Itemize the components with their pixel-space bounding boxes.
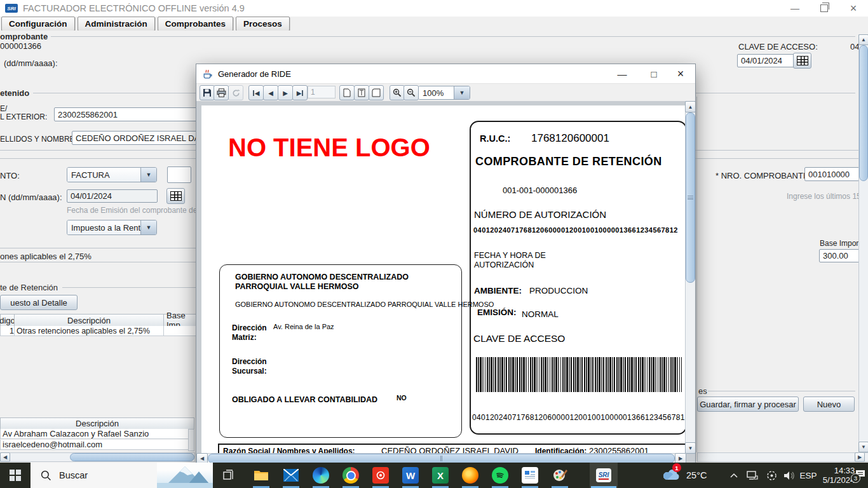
ride-document-page: NO TIENE LOGO R.U.C.: 1768120600001 COMP… xyxy=(201,105,686,453)
bottom-table-header[interactable]: Descripción xyxy=(0,417,194,430)
tax-table-header-descripcion[interactable]: Descripción xyxy=(14,314,164,327)
tax-table-header-base[interactable]: Base Imp xyxy=(163,314,200,327)
page-number-input[interactable] xyxy=(308,86,336,98)
save-button[interactable] xyxy=(200,85,215,100)
identificacion-label-2: L EXTERIOR: xyxy=(0,112,47,121)
app-title: FACTURADOR ELECTRÓNICO OFFLINE versión 4… xyxy=(23,3,245,13)
dialog-vscrollbar-down[interactable]: ▼ xyxy=(685,442,695,454)
first-page-button[interactable]: ◀ xyxy=(248,85,264,100)
fecha2-field[interactable]: 04/01/2024 xyxy=(67,189,158,203)
action-center-button[interactable]: 3 xyxy=(853,463,868,488)
fecha-autorizacion-line2: AUTORIZACIÓN xyxy=(474,261,534,269)
taskbar-edge[interactable] xyxy=(306,463,336,488)
zoom-level-combobox[interactable]: 100% ▼ xyxy=(418,86,470,100)
calendar-icon xyxy=(170,191,182,201)
layout-fit-page-button[interactable] xyxy=(354,85,369,100)
taskbar-mail[interactable] xyxy=(276,463,306,488)
hscrollbar-right-arrow[interactable]: ▶ xyxy=(855,452,865,462)
dialog-close-button[interactable]: × xyxy=(667,64,695,83)
taskbar-excel[interactable]: X xyxy=(426,463,455,488)
window-controls: — × xyxy=(780,0,868,17)
menu-procesos[interactable]: Procesos xyxy=(236,17,290,31)
speaker-icon xyxy=(783,471,795,480)
autorizacion-number: 0401202407176812060000120010010000013661… xyxy=(473,226,678,234)
tray-weather[interactable]: 1 25°C xyxy=(658,463,722,488)
taskbar-search[interactable]: Buscar xyxy=(31,463,213,488)
agregar-impuesto-button[interactable]: uesto al Detalle xyxy=(0,295,78,310)
taskbar-sri-app-active[interactable]: SRI xyxy=(590,463,618,488)
documento-combo-button[interactable]: ▼ xyxy=(140,168,156,182)
nuevo-button[interactable]: Nuevo xyxy=(803,396,855,412)
app-titlebar: SRI FACTURADOR ELECTRÓNICO OFFLINE versi… xyxy=(0,0,868,17)
dialog-minimize-button[interactable]: — xyxy=(608,64,636,83)
task-view-button[interactable] xyxy=(214,463,243,488)
taskbar-firefox[interactable] xyxy=(456,463,485,488)
contabilidad-value: NO xyxy=(397,394,407,402)
search-icon xyxy=(41,470,51,481)
taskbar-pdf-app[interactable] xyxy=(366,463,395,488)
tax-table-cell-descripcion[interactable]: Otras retenciones aplicables el 2,75% xyxy=(14,326,165,336)
porcentaje-field[interactable] xyxy=(167,166,191,183)
dialog-vscrollbar-up[interactable]: ▲ xyxy=(685,101,695,112)
tray-volume[interactable] xyxy=(780,463,798,488)
fecha-emision-field[interactable]: 04/01/2024 xyxy=(737,54,794,67)
dialog-hscrollbar-right[interactable]: ▶ xyxy=(675,453,686,463)
menu-configuracion[interactable]: Configuración xyxy=(1,17,75,31)
dialog-titlebar[interactable]: Generador de RIDE — □ × xyxy=(196,64,695,83)
menu-administracion[interactable]: Administración xyxy=(78,17,155,31)
dialog-hscrollbar-left[interactable]: ◀ xyxy=(196,453,208,463)
layout-fit-width-button[interactable] xyxy=(369,85,384,100)
vscrollbar-thumb[interactable] xyxy=(859,45,868,181)
vscrollbar-up-arrow[interactable]: ▲ xyxy=(858,34,868,45)
pdf-app-icon xyxy=(372,467,389,484)
window-close-button[interactable]: × xyxy=(839,0,868,17)
window-minimize-button[interactable]: — xyxy=(780,0,810,17)
vscrollbar-down-arrow[interactable]: ▼ xyxy=(858,442,868,452)
dialog-maximize-button[interactable]: □ xyxy=(640,64,668,83)
taskbar-file-explorer[interactable] xyxy=(247,463,276,488)
calendar-button-1[interactable] xyxy=(793,53,811,69)
impuesto-combo-button[interactable]: ▼ xyxy=(140,220,156,234)
bottom-table-row-direccion[interactable]: Av Abraham Calazacon y Rafael Sanzio xyxy=(0,429,192,439)
identificacion-field[interactable]: 2300255862001 xyxy=(54,107,205,121)
print-button[interactable] xyxy=(214,85,229,100)
taskbar-word[interactable]: W xyxy=(396,463,425,488)
tray-meet-now[interactable] xyxy=(763,463,780,488)
zoom-out-button[interactable] xyxy=(403,85,419,100)
last-page-button[interactable]: ▶ xyxy=(292,85,308,100)
dialog-hscrollbar-thumb[interactable] xyxy=(208,454,675,463)
nro-comprobante-label: * NRO. COMPROBANTE: xyxy=(715,171,811,180)
fecha-format-hint: (dd/mm/aaaa): xyxy=(4,58,58,68)
hscrollbar-left-thumb[interactable] xyxy=(70,453,194,461)
calendar-button-2[interactable] xyxy=(166,188,185,204)
window-restore-button[interactable] xyxy=(810,0,839,17)
tray-language[interactable]: ESP xyxy=(797,463,820,488)
tray-chevron[interactable] xyxy=(726,463,742,488)
ambiente-value: PRODUCCION xyxy=(529,286,588,295)
previous-page-button[interactable]: ◀ xyxy=(263,85,278,100)
hscrollbar-left-arrow[interactable]: ◀ xyxy=(0,452,10,462)
taskbar-chrome[interactable] xyxy=(336,463,365,488)
taskbar-spotify[interactable] xyxy=(485,463,515,488)
refresh-button[interactable] xyxy=(228,85,243,100)
dialog-vscrollbar-thumb[interactable] xyxy=(686,112,695,283)
impuesto-combobox[interactable]: Impuesto a la Renta ▼ xyxy=(67,220,157,235)
arrow-down-icon: ▼ xyxy=(688,445,693,451)
start-button[interactable] xyxy=(0,463,31,488)
menu-comprobantes[interactable]: Comprobantes xyxy=(158,17,233,31)
bottom-table-row-email[interactable]: israelcedeno@hotmail.com xyxy=(0,440,192,450)
layout-single-page-button[interactable] xyxy=(339,85,355,100)
next-page-button[interactable]: ▶ xyxy=(278,85,293,100)
fecha2-hint: Fecha de Emisión del comprobante de ve xyxy=(67,206,207,215)
taskbar-office-app[interactable] xyxy=(515,463,545,488)
zoom-in-button[interactable] xyxy=(390,85,405,100)
guardar-firmar-procesar-button[interactable]: Guardar, firmar y procesar xyxy=(697,396,799,412)
tax-table-header-codigo[interactable]: digo xyxy=(0,314,15,327)
tray-network[interactable] xyxy=(743,463,761,488)
documento-combobox[interactable]: FACTURA ▼ xyxy=(67,167,157,182)
taskbar-paint[interactable] xyxy=(545,463,574,488)
hscrollbar-right-track[interactable] xyxy=(697,452,868,462)
bottom-table-scrollbar[interactable] xyxy=(188,429,194,451)
zoom-combo-button[interactable]: ▼ xyxy=(454,86,470,99)
tax-table-cell-base[interactable] xyxy=(163,326,200,336)
